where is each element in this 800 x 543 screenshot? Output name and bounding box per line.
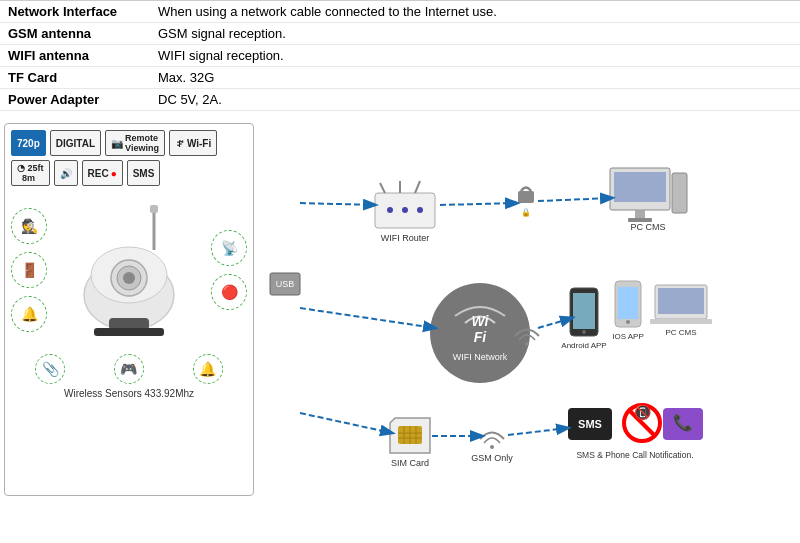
badge-range: ◔ 25ft 8m — [11, 160, 50, 186]
svg-text:SMS: SMS — [578, 418, 602, 430]
badge-remote: 📷 RemoteViewing — [105, 130, 165, 156]
svg-rect-24 — [614, 172, 666, 202]
spec-value: When using a network cable connected to … — [150, 1, 800, 23]
sensor-motion: 📡 — [211, 230, 247, 266]
badge-digital: DIGITAL — [50, 130, 101, 156]
spec-label: GSM antenna — [0, 23, 150, 45]
svg-line-22 — [440, 203, 517, 205]
svg-text:IOS APP: IOS APP — [612, 332, 644, 341]
specs-table: Network InterfaceWhen using a network ca… — [0, 0, 800, 111]
svg-text:PC CMS: PC CMS — [665, 328, 696, 337]
network-diagram: USB WIFI Router 🔒 — [254, 123, 796, 496]
badge-720p: 720p — [11, 130, 46, 156]
svg-point-6 — [123, 272, 135, 284]
svg-point-15 — [387, 207, 393, 213]
svg-rect-41 — [618, 287, 638, 319]
spec-label: Power Adapter — [0, 89, 150, 111]
network-diagram-svg: USB WIFI Router 🔒 — [254, 123, 796, 493]
badge-wifi: ꈆ Wi-Fi — [169, 130, 217, 156]
svg-text:Wi: Wi — [472, 313, 490, 329]
badge-speaker: 🔊 — [54, 160, 78, 186]
svg-line-14 — [415, 181, 420, 193]
svg-line-48 — [538, 318, 572, 328]
svg-text:PC CMS: PC CMS — [630, 222, 665, 232]
svg-text:🔒: 🔒 — [521, 207, 531, 217]
svg-line-19 — [300, 203, 375, 205]
svg-point-35 — [525, 342, 529, 346]
svg-line-57 — [300, 413, 392, 433]
svg-text:SIM Card: SIM Card — [391, 458, 429, 468]
svg-text:📞: 📞 — [673, 413, 693, 432]
sensor-siren: 🔔 — [193, 354, 223, 384]
svg-point-42 — [626, 320, 630, 324]
svg-point-38 — [582, 330, 586, 334]
svg-rect-8 — [94, 328, 164, 336]
spec-value: DC 5V, 2A. — [150, 89, 800, 111]
svg-line-12 — [380, 183, 385, 193]
svg-text:📵: 📵 — [634, 404, 652, 421]
svg-point-17 — [417, 207, 423, 213]
svg-rect-27 — [672, 173, 687, 213]
svg-rect-46 — [650, 319, 712, 324]
svg-rect-1 — [150, 205, 158, 213]
svg-rect-20 — [518, 191, 534, 203]
camera-label: Wireless Sensors 433.92Mhz — [11, 388, 247, 399]
spec-value: Max. 32G — [150, 67, 800, 89]
sensor-pir: 🕵 — [11, 208, 47, 244]
spec-value: GSM signal reception. — [150, 23, 800, 45]
svg-point-58 — [490, 445, 494, 449]
spec-label: TF Card — [0, 67, 150, 89]
camera-svg — [64, 200, 194, 340]
badge-sms: SMS — [127, 160, 161, 186]
svg-text:SMS & Phone Call Notification.: SMS & Phone Call Notification. — [576, 450, 693, 460]
sensor-smoke: 🔔 — [11, 296, 47, 332]
svg-rect-37 — [573, 293, 595, 329]
bottom-sensors: 📎 🎮 🔔 — [11, 354, 247, 384]
svg-text:Android APP: Android APP — [561, 341, 606, 350]
spec-label: WIFI antenna — [0, 45, 150, 67]
camera-panel: 720p DIGITAL 📷 RemoteViewing ꈆ Wi-Fi ◔ 2… — [4, 123, 254, 496]
svg-text:Fi: Fi — [474, 329, 488, 345]
svg-rect-25 — [635, 210, 645, 218]
sensor-alarm: 🔴 — [211, 274, 247, 310]
svg-line-34 — [300, 308, 435, 328]
svg-rect-45 — [658, 288, 704, 314]
camera-image-area: 🕵 🚪 🔔 — [11, 190, 247, 350]
svg-point-16 — [402, 207, 408, 213]
sensor-door: 🚪 — [11, 252, 47, 288]
diagram-area: 720p DIGITAL 📷 RemoteViewing ꈆ Wi-Fi ◔ 2… — [0, 119, 800, 500]
svg-text:WIFI Router: WIFI Router — [381, 233, 430, 243]
svg-line-69 — [508, 428, 568, 435]
svg-text:GSM Only: GSM Only — [471, 453, 513, 463]
badge-rec: REC ● — [82, 160, 123, 186]
svg-text:USB: USB — [276, 279, 295, 289]
sensor-contact: 📎 — [35, 354, 65, 384]
svg-line-29 — [538, 198, 612, 201]
spec-label: Network Interface — [0, 1, 150, 23]
badge-row-1: 720p DIGITAL 📷 RemoteViewing ꈆ Wi-Fi — [11, 130, 247, 156]
svg-text:WIFI Network: WIFI Network — [453, 352, 508, 362]
sensor-remote: 🎮 — [114, 354, 144, 384]
spec-value: WIFI signal reception. — [150, 45, 800, 67]
badge-row-2: ◔ 25ft 8m 🔊 REC ● SMS — [11, 160, 247, 186]
